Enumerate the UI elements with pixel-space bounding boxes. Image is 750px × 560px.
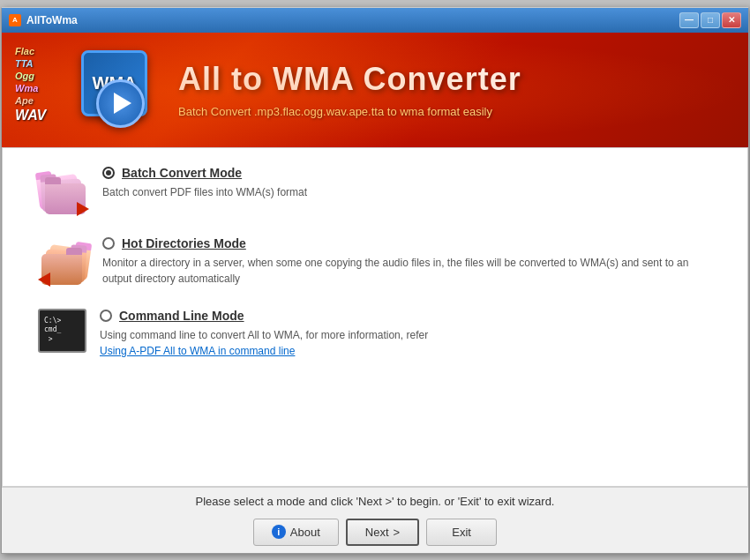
button-row: i About Next > Exit <box>15 519 735 546</box>
window-title: AllToWma <box>26 14 78 26</box>
hot-mode-info: Hot Directories Mode Monitor a directory… <box>102 236 712 287</box>
title-bar-controls: — □ ✕ <box>679 12 741 28</box>
batch-mode-header: Batch Convert Mode <box>102 166 712 180</box>
cmdline-mode-header: Command Line Mode <box>100 309 712 323</box>
banner-subtitle: Batch Convert .mp3.flac.ogg.wav.ape.tta … <box>178 105 492 118</box>
cmdline-mode-desc: Using command line to convert All to WMA… <box>100 327 712 359</box>
bottom-bar: Please select a mode and click 'Next >' … <box>2 487 748 553</box>
main-window: A AllToWma — □ ✕ Flac TTA Ogg Wma Ape WA… <box>1 7 749 554</box>
maximize-button[interactable]: □ <box>701 12 720 28</box>
content-area: Batch Convert Mode Batch convert PDF fil… <box>2 147 748 487</box>
format-flac: Flac <box>15 46 46 56</box>
app-icon: A <box>9 14 21 26</box>
info-icon: i <box>272 525 286 539</box>
format-labels: Flac TTA Ogg Wma Ape WAV <box>15 46 46 123</box>
hot-mode-title[interactable]: Hot Directories Mode <box>122 236 246 250</box>
minimize-button[interactable]: — <box>679 12 699 28</box>
cmd-text-sim: C:\>cmd_ > <box>44 317 61 344</box>
title-bar: A AllToWma — □ ✕ <box>2 8 748 33</box>
hot-mode-radio[interactable] <box>102 237 115 250</box>
cmdline-mode-info: Command Line Mode Using command line to … <box>100 309 712 359</box>
banner-title-area: All to WMA Converter Batch Convert .mp3.… <box>161 61 748 118</box>
batch-mode-icon <box>38 166 89 214</box>
batch-mode-desc: Batch convert PDF files into WMA(s) form… <box>102 184 712 200</box>
banner-icons: Flac TTA Ogg Wma Ape WAV <box>11 41 161 138</box>
banner-title: All to WMA Converter <box>178 61 521 98</box>
exit-button[interactable]: Exit <box>426 519 497 546</box>
hot-mode-header: Hot Directories Mode <box>102 236 712 250</box>
hot-mode-icon <box>38 236 89 285</box>
batch-mode-title[interactable]: Batch Convert Mode <box>122 166 242 180</box>
cmdline-mode-radio[interactable] <box>100 310 112 322</box>
about-button[interactable]: i About <box>253 519 339 546</box>
cmdline-link[interactable]: Using A-PDF All to WMA in command line <box>100 345 295 357</box>
play-icon <box>96 79 145 128</box>
instruction-text: Please select a mode and click 'Next >' … <box>15 495 735 508</box>
hot-mode-desc: Monitor a directory in a server, when so… <box>102 255 712 287</box>
next-button[interactable]: Next > <box>346 519 419 546</box>
hot-folder-arrow <box>38 273 50 287</box>
close-button[interactable]: ✕ <box>722 12 741 28</box>
batch-mode-radio[interactable] <box>102 167 115 179</box>
format-wav: WAV <box>15 108 46 123</box>
format-ogg: Ogg <box>15 71 46 81</box>
mode-item-hot: Hot Directories Mode Monitor a directory… <box>38 236 712 287</box>
mode-item-batch: Batch Convert Mode Batch convert PDF fil… <box>38 166 712 214</box>
header-banner: Flac TTA Ogg Wma Ape WAV <box>2 33 748 147</box>
batch-mode-info: Batch Convert Mode Batch convert PDF fil… <box>102 166 712 200</box>
cmdline-mode-title[interactable]: Command Line Mode <box>119 309 244 323</box>
title-bar-text: A AllToWma <box>9 14 78 26</box>
folder-arrow <box>77 202 89 216</box>
play-triangle <box>114 93 131 114</box>
format-tta: TTA <box>15 58 46 69</box>
format-wma-label: Wma <box>15 83 46 93</box>
cmdline-mode-icon: C:\>cmd_ > <box>38 309 86 353</box>
format-ape: Ape <box>15 95 46 106</box>
mode-item-cmdline: C:\>cmd_ > Command Line Mode Using comma… <box>38 309 712 359</box>
